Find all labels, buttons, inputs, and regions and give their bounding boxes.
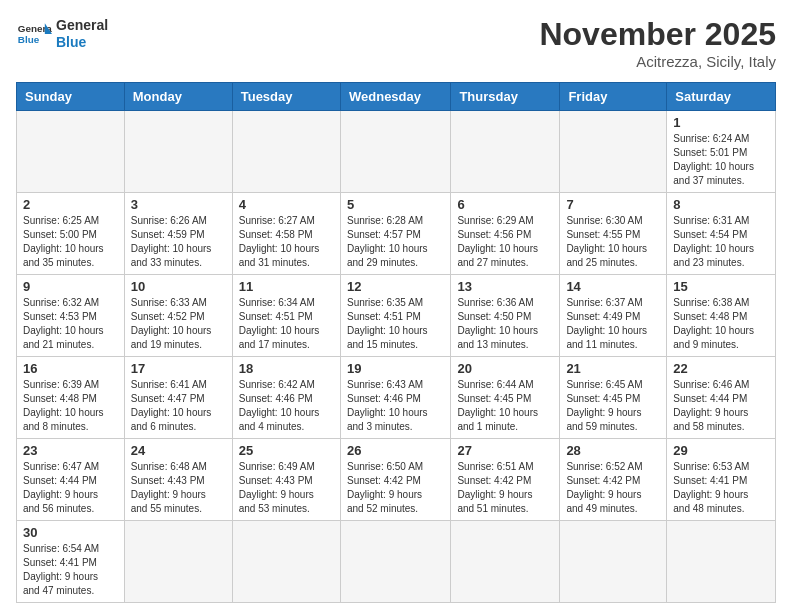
- day-info: Sunrise: 6:38 AM Sunset: 4:48 PM Dayligh…: [673, 296, 769, 352]
- calendar-cell: 10Sunrise: 6:33 AM Sunset: 4:52 PM Dayli…: [124, 275, 232, 357]
- day-number: 30: [23, 525, 118, 540]
- weekday-header-tuesday: Tuesday: [232, 83, 340, 111]
- day-info: Sunrise: 6:36 AM Sunset: 4:50 PM Dayligh…: [457, 296, 553, 352]
- week-row-4: 16Sunrise: 6:39 AM Sunset: 4:48 PM Dayli…: [17, 357, 776, 439]
- day-info: Sunrise: 6:24 AM Sunset: 5:01 PM Dayligh…: [673, 132, 769, 188]
- logo-icon: General Blue: [16, 16, 52, 52]
- day-number: 4: [239, 197, 334, 212]
- day-info: Sunrise: 6:33 AM Sunset: 4:52 PM Dayligh…: [131, 296, 226, 352]
- calendar-cell: 19Sunrise: 6:43 AM Sunset: 4:46 PM Dayli…: [340, 357, 450, 439]
- day-number: 21: [566, 361, 660, 376]
- day-info: Sunrise: 6:51 AM Sunset: 4:42 PM Dayligh…: [457, 460, 553, 516]
- calendar-cell: [124, 111, 232, 193]
- weekday-header-thursday: Thursday: [451, 83, 560, 111]
- calendar-cell: 13Sunrise: 6:36 AM Sunset: 4:50 PM Dayli…: [451, 275, 560, 357]
- calendar-cell: [124, 521, 232, 603]
- calendar-cell: [340, 111, 450, 193]
- calendar-cell: [451, 521, 560, 603]
- weekday-header-saturday: Saturday: [667, 83, 776, 111]
- calendar-cell: 25Sunrise: 6:49 AM Sunset: 4:43 PM Dayli…: [232, 439, 340, 521]
- page-header: General Blue General Blue November 2025 …: [16, 16, 776, 70]
- calendar-cell: [232, 521, 340, 603]
- day-number: 11: [239, 279, 334, 294]
- day-number: 28: [566, 443, 660, 458]
- day-info: Sunrise: 6:31 AM Sunset: 4:54 PM Dayligh…: [673, 214, 769, 270]
- day-info: Sunrise: 6:48 AM Sunset: 4:43 PM Dayligh…: [131, 460, 226, 516]
- day-number: 22: [673, 361, 769, 376]
- calendar-cell: [17, 111, 125, 193]
- day-number: 6: [457, 197, 553, 212]
- calendar-cell: 6Sunrise: 6:29 AM Sunset: 4:56 PM Daylig…: [451, 193, 560, 275]
- location: Acitrezza, Sicily, Italy: [539, 53, 776, 70]
- day-number: 7: [566, 197, 660, 212]
- day-info: Sunrise: 6:53 AM Sunset: 4:41 PM Dayligh…: [673, 460, 769, 516]
- weekday-header-sunday: Sunday: [17, 83, 125, 111]
- day-info: Sunrise: 6:26 AM Sunset: 4:59 PM Dayligh…: [131, 214, 226, 270]
- week-row-1: 1Sunrise: 6:24 AM Sunset: 5:01 PM Daylig…: [17, 111, 776, 193]
- day-info: Sunrise: 6:25 AM Sunset: 5:00 PM Dayligh…: [23, 214, 118, 270]
- day-number: 13: [457, 279, 553, 294]
- day-info: Sunrise: 6:32 AM Sunset: 4:53 PM Dayligh…: [23, 296, 118, 352]
- day-number: 8: [673, 197, 769, 212]
- calendar-cell: 17Sunrise: 6:41 AM Sunset: 4:47 PM Dayli…: [124, 357, 232, 439]
- day-number: 23: [23, 443, 118, 458]
- svg-text:Blue: Blue: [18, 34, 40, 45]
- day-info: Sunrise: 6:34 AM Sunset: 4:51 PM Dayligh…: [239, 296, 334, 352]
- weekday-header-friday: Friday: [560, 83, 667, 111]
- weekday-header-monday: Monday: [124, 83, 232, 111]
- calendar-cell: 1Sunrise: 6:24 AM Sunset: 5:01 PM Daylig…: [667, 111, 776, 193]
- calendar-table: SundayMondayTuesdayWednesdayThursdayFrid…: [16, 82, 776, 603]
- day-number: 26: [347, 443, 444, 458]
- day-number: 5: [347, 197, 444, 212]
- day-number: 16: [23, 361, 118, 376]
- day-info: Sunrise: 6:28 AM Sunset: 4:57 PM Dayligh…: [347, 214, 444, 270]
- calendar-cell: 30Sunrise: 6:54 AM Sunset: 4:41 PM Dayli…: [17, 521, 125, 603]
- day-info: Sunrise: 6:41 AM Sunset: 4:47 PM Dayligh…: [131, 378, 226, 434]
- day-number: 20: [457, 361, 553, 376]
- day-number: 15: [673, 279, 769, 294]
- calendar-cell: 2Sunrise: 6:25 AM Sunset: 5:00 PM Daylig…: [17, 193, 125, 275]
- logo-text-blue: Blue: [56, 34, 108, 51]
- title-block: November 2025 Acitrezza, Sicily, Italy: [539, 16, 776, 70]
- calendar-cell: 16Sunrise: 6:39 AM Sunset: 4:48 PM Dayli…: [17, 357, 125, 439]
- calendar-cell: 4Sunrise: 6:27 AM Sunset: 4:58 PM Daylig…: [232, 193, 340, 275]
- calendar-cell: 5Sunrise: 6:28 AM Sunset: 4:57 PM Daylig…: [340, 193, 450, 275]
- day-info: Sunrise: 6:30 AM Sunset: 4:55 PM Dayligh…: [566, 214, 660, 270]
- day-info: Sunrise: 6:52 AM Sunset: 4:42 PM Dayligh…: [566, 460, 660, 516]
- day-info: Sunrise: 6:27 AM Sunset: 4:58 PM Dayligh…: [239, 214, 334, 270]
- day-number: 29: [673, 443, 769, 458]
- week-row-5: 23Sunrise: 6:47 AM Sunset: 4:44 PM Dayli…: [17, 439, 776, 521]
- weekday-header-wednesday: Wednesday: [340, 83, 450, 111]
- calendar-cell: 8Sunrise: 6:31 AM Sunset: 4:54 PM Daylig…: [667, 193, 776, 275]
- day-number: 1: [673, 115, 769, 130]
- calendar-cell: 12Sunrise: 6:35 AM Sunset: 4:51 PM Dayli…: [340, 275, 450, 357]
- calendar-cell: 28Sunrise: 6:52 AM Sunset: 4:42 PM Dayli…: [560, 439, 667, 521]
- week-row-2: 2Sunrise: 6:25 AM Sunset: 5:00 PM Daylig…: [17, 193, 776, 275]
- calendar-cell: 24Sunrise: 6:48 AM Sunset: 4:43 PM Dayli…: [124, 439, 232, 521]
- logo: General Blue General Blue: [16, 16, 108, 52]
- calendar-cell: 18Sunrise: 6:42 AM Sunset: 4:46 PM Dayli…: [232, 357, 340, 439]
- calendar-cell: 29Sunrise: 6:53 AM Sunset: 4:41 PM Dayli…: [667, 439, 776, 521]
- day-info: Sunrise: 6:45 AM Sunset: 4:45 PM Dayligh…: [566, 378, 660, 434]
- day-info: Sunrise: 6:54 AM Sunset: 4:41 PM Dayligh…: [23, 542, 118, 598]
- day-number: 25: [239, 443, 334, 458]
- day-number: 18: [239, 361, 334, 376]
- day-info: Sunrise: 6:50 AM Sunset: 4:42 PM Dayligh…: [347, 460, 444, 516]
- day-info: Sunrise: 6:42 AM Sunset: 4:46 PM Dayligh…: [239, 378, 334, 434]
- calendar-cell: [340, 521, 450, 603]
- calendar-cell: 7Sunrise: 6:30 AM Sunset: 4:55 PM Daylig…: [560, 193, 667, 275]
- calendar-cell: 20Sunrise: 6:44 AM Sunset: 4:45 PM Dayli…: [451, 357, 560, 439]
- calendar-cell: [667, 521, 776, 603]
- day-number: 10: [131, 279, 226, 294]
- day-number: 19: [347, 361, 444, 376]
- day-info: Sunrise: 6:44 AM Sunset: 4:45 PM Dayligh…: [457, 378, 553, 434]
- day-info: Sunrise: 6:43 AM Sunset: 4:46 PM Dayligh…: [347, 378, 444, 434]
- calendar-cell: 27Sunrise: 6:51 AM Sunset: 4:42 PM Dayli…: [451, 439, 560, 521]
- logo-text-general: General: [56, 17, 108, 34]
- calendar-cell: 15Sunrise: 6:38 AM Sunset: 4:48 PM Dayli…: [667, 275, 776, 357]
- day-number: 3: [131, 197, 226, 212]
- day-info: Sunrise: 6:29 AM Sunset: 4:56 PM Dayligh…: [457, 214, 553, 270]
- weekday-header-row: SundayMondayTuesdayWednesdayThursdayFrid…: [17, 83, 776, 111]
- calendar-cell: 14Sunrise: 6:37 AM Sunset: 4:49 PM Dayli…: [560, 275, 667, 357]
- day-number: 14: [566, 279, 660, 294]
